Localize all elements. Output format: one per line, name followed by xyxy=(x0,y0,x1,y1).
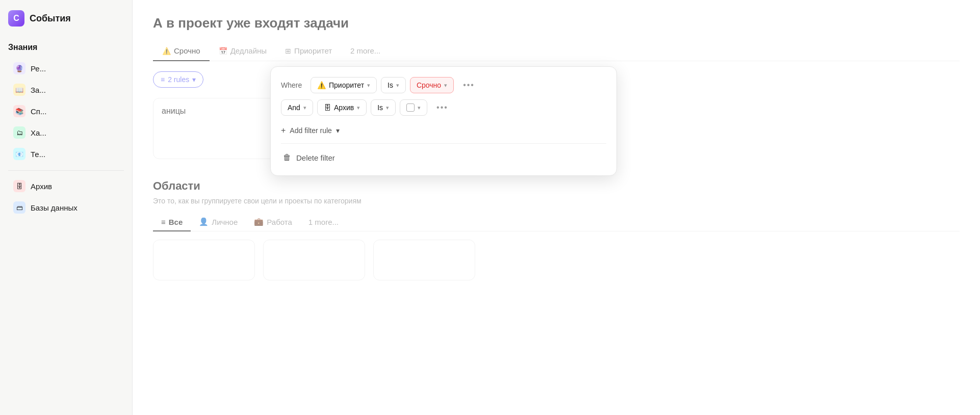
connector-and-label: And xyxy=(288,103,300,112)
deadlines-icon: 📅 xyxy=(219,47,227,55)
archive-chevron-icon: ▾ xyxy=(357,105,360,111)
value2-chevron-icon: ▾ xyxy=(418,105,421,111)
priority-warning-icon: ⚠️ xyxy=(317,81,326,89)
sidebar-item-icon-archive: 🗄 xyxy=(13,180,25,192)
row2-more-button[interactable]: ••• xyxy=(431,99,453,116)
area-cards xyxy=(153,240,960,280)
sidebar-item-label-ha: Ха... xyxy=(31,128,46,137)
more2-dots-icon: ••• xyxy=(436,103,448,112)
value-chevron-icon: ▾ xyxy=(444,82,447,89)
area-tab-more-label: 1 more... xyxy=(308,218,339,226)
area-personal-icon: 👤 xyxy=(199,217,209,226)
trash-icon: 🗑 xyxy=(283,153,291,162)
add-filter-rule-button[interactable]: + Add filter rule ▾ xyxy=(281,122,606,139)
filter-popup-divider xyxy=(281,143,606,144)
priority-chevron-icon: ▾ xyxy=(367,82,370,89)
area-tab-more[interactable]: 1 more... xyxy=(300,214,347,231)
card-pages-label: аницы xyxy=(162,107,186,115)
sidebar-item-za[interactable]: 📖 За... xyxy=(8,80,124,100)
tab-urgent[interactable]: ⚠️ Срочно xyxy=(153,41,210,61)
area-card-2 xyxy=(263,240,365,280)
sidebar-item-databases[interactable]: 🗃 Базы данных xyxy=(8,197,124,218)
archive-dd-icon: 🗄 xyxy=(324,103,331,112)
sidebar-item-label-archive: Архив xyxy=(31,182,52,191)
field-dropdown-archive[interactable]: 🗄 Архив ▾ xyxy=(317,99,367,116)
condition-is-label: Is xyxy=(388,81,393,89)
condition2-is-label: Is xyxy=(377,103,383,112)
areas-description: Это то, как вы группируете свои цели и п… xyxy=(153,197,960,205)
sidebar-item-icon-ha: 🗂 xyxy=(13,126,25,139)
tab-priority-label: Приоритет xyxy=(294,46,332,55)
sidebar-item-te[interactable]: 📧 Те... xyxy=(8,144,124,164)
urgent-icon: ⚠️ xyxy=(162,47,171,55)
condition2-dropdown-is[interactable]: Is ▾ xyxy=(371,99,396,116)
sidebar-item-sp[interactable]: 📚 Сп... xyxy=(8,101,124,121)
area-tab-work[interactable]: 💼 Работа xyxy=(246,213,300,231)
sidebar-item-icon-sp: 📚 xyxy=(13,105,25,117)
field-dropdown-priority[interactable]: ⚠️ Приоритет ▾ xyxy=(311,77,377,93)
area-card-3 xyxy=(373,240,475,280)
sidebar-item-label-sp: Сп... xyxy=(31,107,46,116)
sidebar-item-re[interactable]: 🔮 Ре... xyxy=(8,58,124,79)
sidebar-item-icon-databases: 🗃 xyxy=(13,201,25,214)
value2-dropdown-checkbox[interactable]: ▾ xyxy=(400,99,427,116)
condition-dropdown-is[interactable]: Is ▾ xyxy=(381,77,406,93)
connector-chevron-icon: ▾ xyxy=(303,105,306,111)
tab-more-label: 2 more... xyxy=(350,46,380,55)
areas-section: Области Это то, как вы группируете свои … xyxy=(153,179,960,280)
filter-rules-button[interactable]: ≡ 2 rules ▾ xyxy=(153,71,203,88)
sidebar-item-label-te: Те... xyxy=(31,150,45,159)
main-content: А в проект уже входят задачи ⚠️ Срочно 📅… xyxy=(133,0,980,415)
add-filter-chevron-icon: ▾ xyxy=(336,126,340,135)
value-urgent-label: Срочно xyxy=(417,81,441,89)
app-logo-icon: C xyxy=(8,10,24,27)
sidebar-item-icon-za: 📖 xyxy=(13,84,25,96)
area-tab-personal[interactable]: 👤 Личное xyxy=(191,213,246,231)
row1-more-button[interactable]: ••• xyxy=(458,77,480,93)
filter-popup: Where ⚠️ Приоритет ▾ Is ▾ Срочно ▾ ••• xyxy=(270,66,617,176)
tab-deadlines[interactable]: 📅 Дедлайны xyxy=(210,41,276,61)
sidebar-section-title-knowledge: Знания xyxy=(8,43,124,52)
sidebar-item-label-re: Ре... xyxy=(31,64,46,73)
value-dropdown-urgent[interactable]: Срочно ▾ xyxy=(410,77,454,93)
area-card-1 xyxy=(153,240,255,280)
sidebar-item-ha[interactable]: 🗂 Ха... xyxy=(8,122,124,143)
tab-urgent-label: Срочно xyxy=(174,46,200,55)
sidebar: C События Знания 🔮 Ре... 📖 За... 📚 Сп...… xyxy=(0,0,133,415)
tab-deadlines-label: Дедлайны xyxy=(230,46,267,55)
sidebar-item-archive[interactable]: 🗄 Архив xyxy=(8,176,124,196)
app-logo-label: События xyxy=(30,13,71,24)
sidebar-item-label-databases: Базы данных xyxy=(31,203,78,212)
delete-filter-button[interactable]: 🗑 Delete filter xyxy=(281,148,606,167)
plus-filter-icon: + xyxy=(281,126,286,135)
page-title: А в проект уже входят задачи xyxy=(153,15,960,31)
filter-row-2: And ▾ 🗄 Архив ▾ Is ▾ ▾ ••• xyxy=(281,99,606,116)
filter-icon: ≡ xyxy=(161,75,165,84)
condition-chevron-icon: ▾ xyxy=(396,82,399,89)
where-label: Where xyxy=(281,81,306,89)
main-tabs: ⚠️ Срочно 📅 Дедлайны ⊞ Приоритет 2 more.… xyxy=(153,41,960,61)
field-archive-label: Архив xyxy=(334,103,354,112)
filter-row-1: Where ⚠️ Приоритет ▾ Is ▾ Срочно ▾ ••• xyxy=(281,77,606,93)
sidebar-item-icon-te: 📧 xyxy=(13,148,25,160)
more-dots-icon: ••• xyxy=(463,81,475,90)
add-filter-label: Add filter rule xyxy=(290,126,331,135)
areas-heading: Области xyxy=(153,179,960,193)
connector-dropdown-and[interactable]: And ▾ xyxy=(281,99,313,116)
area-tab-all[interactable]: ≡ Все xyxy=(153,214,191,231)
sidebar-item-label-za: За... xyxy=(31,86,46,94)
area-tab-personal-label: Личное xyxy=(212,218,238,226)
area-tab-all-label: Все xyxy=(169,218,183,226)
filter-rules-label: 2 rules xyxy=(168,75,189,84)
sidebar-divider xyxy=(8,170,124,171)
area-tabs: ≡ Все 👤 Личное 💼 Работа 1 more... xyxy=(153,213,960,231)
priority-icon: ⊞ xyxy=(285,47,291,55)
sidebar-item-icon-re: 🔮 xyxy=(13,62,25,74)
delete-filter-label: Delete filter xyxy=(296,153,335,162)
tab-more[interactable]: 2 more... xyxy=(341,41,390,61)
field-priority-label: Приоритет xyxy=(329,81,364,89)
tab-priority[interactable]: ⊞ Приоритет xyxy=(276,41,341,61)
sidebar-logo[interactable]: C События xyxy=(8,10,124,27)
condition2-chevron-icon: ▾ xyxy=(386,105,389,111)
area-all-icon: ≡ xyxy=(161,218,166,226)
